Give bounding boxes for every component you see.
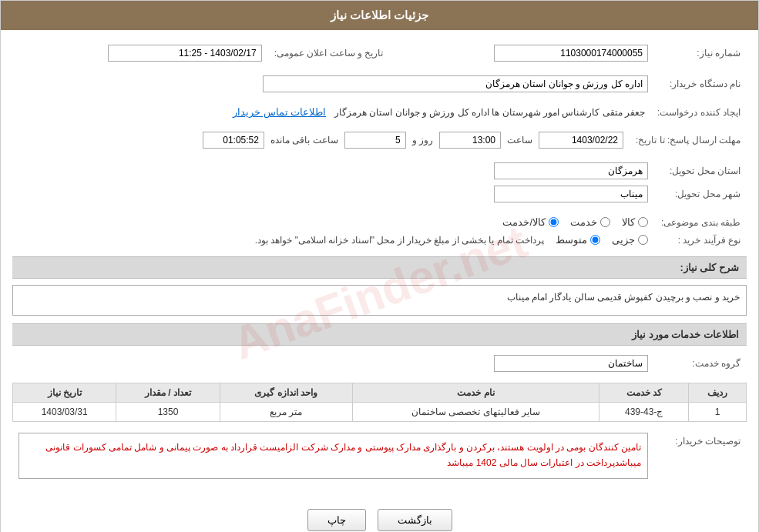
- saat-input[interactable]: [439, 132, 501, 149]
- table-row: 1ج-43-439سایر فعالیتهای تخصصی ساختمانمتر…: [13, 403, 747, 422]
- back-button[interactable]: بازگشت: [378, 509, 452, 531]
- cell-nam: سایر فعالیتهای تخصصی ساختمان: [352, 403, 599, 422]
- cell-kod: ج-43-439: [599, 403, 689, 422]
- roz-input[interactable]: [344, 132, 406, 149]
- radio-kala[interactable]: [638, 217, 648, 227]
- label-shomara: شماره نیاز:: [654, 42, 747, 65]
- radio-kala-label[interactable]: کالا: [622, 216, 648, 228]
- label-tarikh: تاریخ و ساعت اعلان عمومی:: [268, 42, 399, 65]
- tarikh-input[interactable]: [108, 45, 262, 62]
- radio-jozvi-label[interactable]: جزیی: [612, 234, 648, 246]
- col-radif: ردیف: [689, 383, 747, 403]
- date-input[interactable]: [539, 132, 623, 149]
- radio-motovaset-label[interactable]: متوسط: [556, 234, 600, 246]
- noe-description: پرداخت تمام یا بخشی از مبلغ خریدار از مح…: [255, 235, 544, 246]
- button-group: بازگشت چاپ: [12, 497, 747, 532]
- tabaqe-radios: کالا خدمت کالا/خدمت: [12, 213, 654, 231]
- label-roz: روز و: [412, 135, 433, 146]
- radio-kala-khedmat-label[interactable]: کالا/خدمت: [502, 216, 559, 228]
- shomara-value: [398, 42, 654, 65]
- label-noe: نوع فرآیند خرید :: [654, 231, 747, 249]
- col-vahed: واحد اندازه گیری: [220, 383, 352, 403]
- tarikh-value: [12, 42, 268, 65]
- noe-radios: جزیی متوسط پرداخت تمام یا بخشی از مبلغ خ…: [12, 231, 654, 249]
- col-tarikh: تاریخ نیاز: [13, 383, 116, 403]
- radio-motovaset[interactable]: [590, 235, 600, 245]
- label-ostan: استان محل تحویل:: [654, 159, 747, 182]
- print-button[interactable]: چاپ: [307, 509, 366, 531]
- col-nam: نام خدمت: [352, 383, 599, 403]
- ostan-input[interactable]: [494, 162, 648, 179]
- tawzih-content: تامین کنندگان بومی در اولویت هستند، برکر…: [18, 433, 648, 479]
- radio-kala-khedmat[interactable]: [549, 217, 559, 227]
- radio-jozvi[interactable]: [638, 235, 648, 245]
- label-saat: ساعت: [507, 135, 532, 146]
- group-value: [12, 352, 654, 375]
- label-shahr: شهر محل تحویل:: [654, 182, 747, 206]
- dastgah-value: [12, 72, 654, 95]
- radio-khedmat-label[interactable]: خدمت: [570, 216, 610, 228]
- label-baqi: ساعت باقی مانده: [270, 135, 338, 146]
- group-input[interactable]: [494, 355, 648, 372]
- shahr-value: [12, 182, 654, 206]
- shahr-input[interactable]: [494, 186, 648, 202]
- mohlat-fields: ساعت روز و ساعت باقی مانده: [12, 129, 630, 152]
- label-group: گروه خدمت:: [654, 352, 747, 375]
- col-kod: کد خدمت: [599, 383, 689, 403]
- col-tedad: تعداد / مقدار: [116, 383, 220, 403]
- label-mohlat: مهلت ارسال پاسخ: تا تاریخ:: [630, 129, 747, 152]
- label-ijad: ایجاد کننده درخواست:: [651, 103, 747, 121]
- label-tabaqe: طبقه بندی موضوعی:: [654, 213, 747, 231]
- radio-khedmat[interactable]: [600, 217, 610, 227]
- tawzih-box: تامین کنندگان بومی در اولویت هستند، برکر…: [12, 430, 654, 490]
- cell-vahed: متر مربع: [220, 403, 352, 422]
- label-dastgah: نام دستگاه خریدار:: [654, 72, 747, 95]
- shomara-input[interactable]: [494, 45, 648, 62]
- baqi-input[interactable]: [203, 132, 264, 149]
- ijad-value: جعفر متقی کارشناس امور شهرستان ها اداره …: [12, 103, 651, 121]
- ostan-value: [12, 159, 654, 182]
- label-tawzih: توصیحات خریدار:: [654, 430, 747, 490]
- sharh-box: خرید و نصب و برچیدن کفپوش قدیمی سالن یاد…: [12, 285, 747, 316]
- dastgah-input[interactable]: [263, 75, 648, 92]
- cell-tedad: 1350: [116, 403, 220, 422]
- ettela-link[interactable]: اطلاعات تماس خریدار: [233, 106, 326, 118]
- sharh-section-title: شرح کلی نیاز:: [12, 256, 747, 279]
- page-title: جزئیات اطلاعات نیاز: [1, 1, 758, 30]
- cell-radif: 1: [689, 403, 747, 422]
- khadamat-section-title: اطلاعات خدمات مورد نیاز: [12, 323, 747, 346]
- services-table: ردیف کد خدمت نام خدمت واحد اندازه گیری ت…: [12, 383, 747, 422]
- cell-tarikh: 1403/03/31: [13, 403, 116, 422]
